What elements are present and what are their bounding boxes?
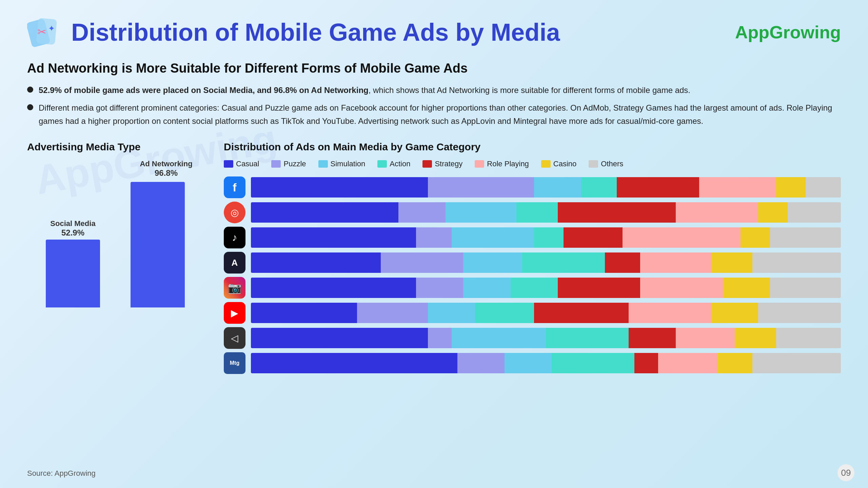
seg-admob-simulation [446,202,516,223]
page: AppGrowing ✂ ✦ Distribution of Mobile Ga… [0,0,868,488]
brand-logo: AppGrowing [735,22,841,42]
header: ✂ ✦ Distribution of Mobile Game Ads by M… [27,14,841,51]
legend: Casual Puzzle Simulation Action Strategy [224,159,841,168]
bar-unity [251,328,841,348]
seg-facebook-simulation [534,177,581,198]
seg-applovin-action [522,252,605,273]
source-label: Source: AppGrowing [27,469,96,478]
legend-simulation: Simulation [318,159,366,168]
seg-admob-others [788,202,841,223]
legend-label-casual: Casual [236,159,259,168]
seg-unity-casual [251,328,428,348]
bar-youtube [251,303,841,323]
seg-admob-puzzle [398,202,446,223]
seg-applovin-strategy [605,252,640,273]
seg-facebook-puzzle [428,177,534,198]
page-title: Distribution of Mobile Game Ads by Media [71,18,560,46]
legend-label-casino: Casino [553,159,576,168]
icon-mintegral: Mtg [224,352,245,374]
bullet-bold-1: 52.9% of mobile game ads were placed on … [39,86,369,95]
icon-instagram: 📷 [224,277,245,299]
seg-tiktok-casual [251,227,416,248]
legend-label-puzzle: Puzzle [283,159,306,168]
bullet-item-1: 52.9% of mobile game ads were placed on … [27,84,841,97]
seg-mintegral-action [552,353,634,373]
seg-mintegral-others [752,353,841,373]
seg-unity-casino [735,328,776,348]
seg-facebook-strategy [617,177,699,198]
bar-instagram [251,278,841,298]
legend-casual: Casual [224,159,259,168]
ad-networking-bar [131,182,185,307]
seg-applovin-simulation [463,252,522,273]
header-left: ✂ ✦ Distribution of Mobile Game Ads by M… [27,14,560,51]
row-unity: ◁ [224,327,841,349]
social-media-label: Social Media [50,219,95,228]
legend-color-role-playing [475,160,484,168]
icon-facebook: f [224,176,245,198]
seg-mintegral-roleplaying [658,353,717,373]
bars-row: Social Media 52.9% [27,179,203,307]
brand-app: App [735,22,769,42]
seg-applovin-roleplaying [640,252,711,273]
social-media-value: 52.9% [61,228,84,238]
legend-color-simulation [318,160,328,168]
legend-strategy: Strategy [422,159,462,168]
legend-color-action [377,160,387,168]
legend-color-others [589,160,598,168]
seg-applovin-puzzle [381,252,463,273]
bullet-text-2: Different media got different prominent … [39,101,841,128]
legend-color-casino [541,160,551,168]
icon-admob: ◎ [224,202,245,223]
ad-networking-label: Ad Networking [140,159,192,168]
seg-instagram-strategy [558,278,640,298]
seg-mintegral-simulation [505,353,552,373]
seg-unity-puzzle [428,328,452,348]
seg-facebook-others [806,177,841,198]
seg-applovin-casino [711,252,752,273]
bar-mintegral [251,353,841,373]
left-chart-title: Advertising Media Type [27,141,203,153]
icon-youtube: ▶ [224,302,245,324]
right-chart: Distribution of Ads on Main Media by Gam… [224,141,841,374]
seg-instagram-casino [723,278,770,298]
row-instagram: 📷 [224,277,841,299]
seg-youtube-strategy [534,303,628,323]
icon-tiktok: ♪ [224,227,245,248]
seg-unity-roleplaying [676,328,735,348]
seg-mintegral-casual [251,353,457,373]
seg-mintegral-casino [717,353,752,373]
seg-youtube-simulation [428,303,475,323]
legend-others: Others [589,159,623,168]
seg-youtube-puzzle [357,303,428,323]
seg-instagram-simulation [463,278,510,298]
seg-facebook-roleplaying [699,177,776,198]
legend-color-casual [224,160,233,168]
seg-applovin-others [752,252,841,273]
ad-networking-value: 96.8% [155,168,178,178]
row-applovin: A [224,252,841,274]
row-tiktok: ♪ [224,227,841,248]
seg-tiktok-simulation [452,227,534,248]
section-subtitle: Ad Networking is More Suitable for Diffe… [27,61,841,76]
legend-role-playing: Role Playing [475,159,529,168]
row-admob: ◎ [224,202,841,223]
seg-youtube-casual [251,303,357,323]
brand-growing: Growing [769,22,841,42]
seg-tiktok-others [770,227,841,248]
left-chart: Advertising Media Type Ad Networking 96.… [27,141,203,374]
seg-instagram-action [511,278,558,298]
legend-casino: Casino [541,159,576,168]
seg-tiktok-strategy [564,227,623,248]
svg-text:✂: ✂ [37,26,46,38]
bar-tiktok [251,227,841,248]
seg-mintegral-strategy [634,353,658,373]
bar-admob [251,202,841,223]
seg-admob-strategy [558,202,676,223]
legend-color-puzzle [271,160,281,168]
bullet-text-1: 52.9% of mobile game ads were placed on … [39,84,690,97]
seg-facebook-action [581,177,616,198]
legend-color-strategy [422,160,432,168]
seg-admob-roleplaying [676,202,758,223]
bar-applovin [251,252,841,273]
